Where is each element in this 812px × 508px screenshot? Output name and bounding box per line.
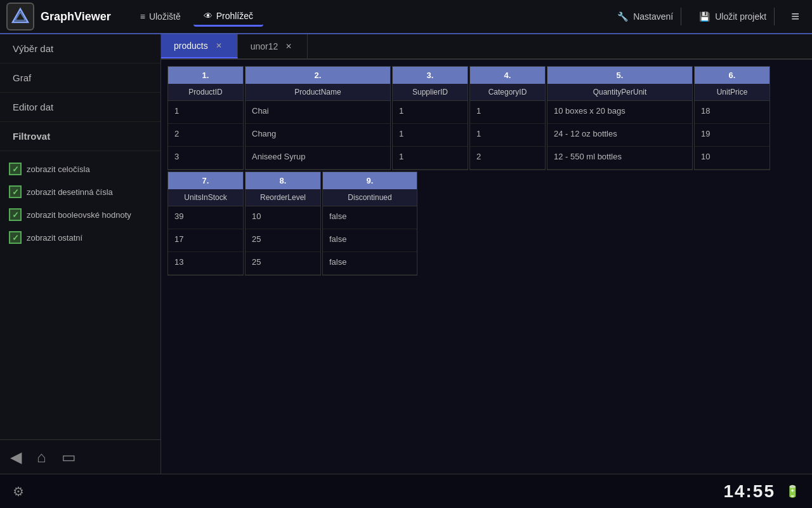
- col-4-cell-2: 1: [470, 124, 545, 147]
- app-name: GraphViewer: [41, 10, 111, 23]
- col-1-cell-1: 1: [168, 101, 243, 124]
- status-icons: 🔋: [785, 485, 799, 498]
- col-subheader-2: ProductName: [246, 84, 390, 101]
- col-9-cell-3: false: [323, 252, 417, 275]
- bottom-bar: ⚙ 14:55 🔋: [0, 474, 812, 508]
- col-header-7: 7.: [168, 172, 243, 189]
- topbar-right: 🔧 Nastavení 💾 Uložit projekt ≡: [610, 4, 806, 29]
- app-logo: [6, 3, 34, 30]
- col-8-cell-2: 25: [246, 229, 320, 252]
- col-subheader-9: Discontinued: [323, 189, 417, 206]
- settings-button[interactable]: 🔧 Nastavení: [610, 8, 681, 25]
- col-subheader-8: ReorderLevel: [246, 189, 320, 206]
- col-2-cell-2: Chang: [246, 124, 390, 147]
- battery-icon: 🔋: [785, 485, 799, 498]
- col-3-cell-2: 1: [393, 124, 468, 147]
- col-4-cell-1: 1: [470, 101, 545, 124]
- col-6-cell-2: 19: [695, 124, 769, 147]
- wrench-icon: 🔧: [617, 11, 628, 22]
- col-block-7: 7.UnitsInStock391713: [167, 171, 244, 276]
- col-3-cell-1: 1: [393, 101, 468, 124]
- col-subheader-1: ProductID: [168, 84, 243, 101]
- col-header-2: 2.: [246, 67, 390, 84]
- col-9-cell-1: false: [323, 206, 417, 229]
- col-9-cell-2: false: [323, 229, 417, 252]
- tab-unor12[interactable]: unor12 ✕: [238, 34, 308, 58]
- col-header-4: 4.: [470, 67, 545, 84]
- windows-icon[interactable]: ▭: [62, 448, 76, 466]
- col-header-5: 5.: [547, 67, 692, 84]
- col-subheader-5: QuantityPerUnit: [547, 84, 692, 101]
- col-block-5: 5.QuantityPerUnit10 boxes x 20 bags24 - …: [547, 66, 693, 170]
- nav-storage[interactable]: ≡ Uložiště: [130, 8, 191, 25]
- filter-other-checkbox[interactable]: [9, 231, 22, 244]
- col-5-cell-1: 10 boxes x 20 bags: [547, 101, 692, 124]
- storage-icon: ≡: [140, 11, 145, 22]
- tab-unor12-close[interactable]: ✕: [283, 41, 294, 51]
- col-6-cell-3: 10: [695, 147, 769, 170]
- col-7-cell-3: 13: [168, 252, 243, 275]
- col-block-9: 9.Discontinuedfalsefalsefalse: [322, 171, 417, 276]
- main-area: Výběr dat Graf Editor dat Filtrovat zobr…: [0, 34, 812, 474]
- col-block-1: 1.ProductID123: [167, 66, 244, 170]
- col-8-cell-1: 10: [246, 206, 320, 229]
- col-block-8: 8.ReorderLevel102525: [245, 171, 321, 276]
- col-7-cell-2: 17: [168, 229, 243, 252]
- col-header-8: 8.: [246, 172, 320, 189]
- col-header-6: 6.: [695, 67, 769, 84]
- col-block-6: 6.UnitPrice181910: [694, 66, 770, 170]
- col-7-cell-1: 39: [168, 206, 243, 229]
- home-icon[interactable]: ⌂: [37, 448, 46, 466]
- col-header-3: 3.: [393, 67, 468, 84]
- tab-products-close[interactable]: ✕: [213, 41, 225, 51]
- system-status-icon: ⚙: [13, 484, 24, 499]
- col-6-cell-1: 18: [695, 101, 769, 124]
- col-block-4: 4.CategoryID112: [469, 66, 546, 170]
- col-subheader-3: SupplierID: [393, 84, 468, 101]
- col-2-cell-1: Chai: [246, 101, 390, 124]
- filter-booleans[interactable]: zobrazit booleovské hodnoty: [9, 203, 152, 226]
- nav-browser[interactable]: 👁 Prohlížeč: [193, 7, 263, 27]
- filter-section-title: Filtrovat: [0, 122, 160, 151]
- col-subheader-6: UnitPrice: [695, 84, 769, 101]
- sidebar-item-vybr-dat[interactable]: Výběr dat: [0, 34, 160, 64]
- content: products ✕ unor12 ✕ 1.ProductID1232.Prod…: [161, 34, 812, 474]
- col-4-cell-3: 2: [470, 147, 545, 170]
- filter-integers[interactable]: zobrazit celočísla: [9, 157, 152, 180]
- col-3-cell-3: 1: [393, 147, 468, 170]
- clock: 14:55: [723, 481, 775, 502]
- menu-button[interactable]: ≡: [785, 4, 806, 29]
- col-block-3: 3.SupplierID111: [392, 66, 468, 170]
- topbar: GraphViewer ≡ Uložiště 👁 Prohlížeč 🔧 Nas…: [0, 0, 812, 34]
- filter-integers-checkbox[interactable]: [9, 163, 22, 175]
- filter-booleans-checkbox[interactable]: [9, 208, 22, 221]
- filter-decimals-checkbox[interactable]: [9, 185, 22, 198]
- col-5-cell-3: 12 - 550 ml bottles: [547, 147, 692, 170]
- col-1-cell-2: 2: [168, 124, 243, 147]
- save-icon: 💾: [699, 11, 710, 22]
- sidebar: Výběr dat Graf Editor dat Filtrovat zobr…: [0, 34, 161, 474]
- tab-products[interactable]: products ✕: [161, 34, 238, 58]
- sidebar-item-graf[interactable]: Graf: [0, 64, 160, 93]
- sidebar-item-editor-dat[interactable]: Editor dat: [0, 93, 160, 122]
- back-icon[interactable]: ◀: [10, 448, 22, 466]
- save-project-button[interactable]: 💾 Uložit projekt: [691, 8, 775, 25]
- col-1-cell-3: 3: [168, 147, 243, 170]
- col-subheader-4: CategoryID: [470, 84, 545, 101]
- sidebar-bottom: ◀ ⌂ ▭: [0, 439, 160, 474]
- col-2-cell-3: Aniseed Syrup: [246, 147, 390, 170]
- table-area: 1.ProductID1232.ProductNameChaiChangAnis…: [161, 60, 812, 474]
- col-subheader-7: UnitsInStock: [168, 189, 243, 206]
- col-8-cell-3: 25: [246, 252, 320, 275]
- col-5-cell-2: 24 - 12 oz bottles: [547, 124, 692, 147]
- tabs-bar: products ✕ unor12 ✕: [161, 34, 812, 60]
- col-header-1: 1.: [168, 67, 243, 84]
- topbar-nav: ≡ Uložiště 👁 Prohlížeč: [130, 7, 610, 27]
- filter-other[interactable]: zobrazit ostatní: [9, 226, 152, 249]
- col-block-2: 2.ProductNameChaiChangAniseed Syrup: [245, 66, 391, 170]
- filter-decimals[interactable]: zobrazit desetinná čísla: [9, 180, 152, 203]
- filter-list: zobrazit celočísla zobrazit desetinná čí…: [0, 151, 160, 439]
- eye-icon: 👁: [204, 11, 213, 21]
- col-header-9: 9.: [323, 172, 417, 189]
